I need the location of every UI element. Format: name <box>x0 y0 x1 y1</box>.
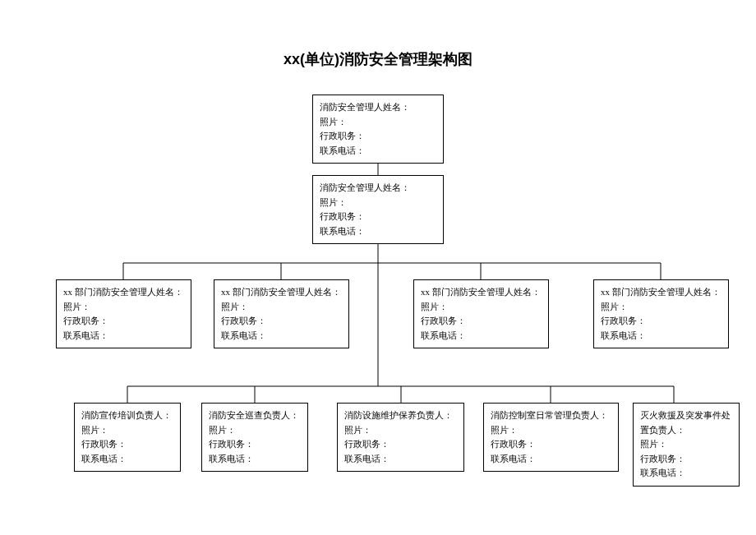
org-node-role-4: 消防控制室日常管理负责人： 照片： 行政职务： 联系电话： <box>483 403 619 472</box>
field-line2: 照片： <box>344 423 457 438</box>
org-node-role-1: 消防宣传培训负责人： 照片： 行政职务： 联系电话： <box>74 403 181 472</box>
field-line4: 行政职务： <box>640 452 732 467</box>
page-title: xx(单位)消防安全管理架构图 <box>0 0 756 85</box>
field-line2: 照片： <box>209 423 301 438</box>
field-phone: 联系电话： <box>320 224 436 239</box>
org-node-top-2: 消防安全管理人姓名： 照片： 行政职务： 联系电话： <box>312 175 444 244</box>
field-position: 行政职务： <box>601 314 721 329</box>
field-line3: 照片： <box>640 437 732 452</box>
field-name: xx 部门消防安全管理人姓名： <box>421 285 542 300</box>
field-line2: 照片： <box>491 423 611 438</box>
field-line1: 消防设施维护保养负责人： <box>344 408 457 423</box>
field-line1: 消防宣传培训负责人： <box>81 408 173 423</box>
field-line3: 行政职务： <box>491 437 611 452</box>
field-line4: 联系电话： <box>209 452 301 467</box>
field-photo: 照片： <box>320 115 436 130</box>
org-node-dept-1: xx 部门消防安全管理人姓名： 照片： 行政职务： 联系电话： <box>56 279 191 348</box>
field-position: 行政职务： <box>320 129 436 144</box>
field-name: xx 部门消防安全管理人姓名： <box>221 285 342 300</box>
field-photo: 照片： <box>421 300 542 315</box>
field-line1: 灭火救援及突发事件处 <box>640 408 732 423</box>
field-line2: 置负责人： <box>640 423 732 438</box>
field-name: 消防安全管理人姓名： <box>320 100 436 115</box>
field-phone: 联系电话： <box>421 329 542 344</box>
org-node-top-1: 消防安全管理人姓名： 照片： 行政职务： 联系电话： <box>312 95 444 164</box>
field-line4: 联系电话： <box>344 452 457 467</box>
field-line3: 行政职务： <box>209 437 301 452</box>
field-position: 行政职务： <box>421 314 542 329</box>
field-position: 行政职务： <box>320 210 436 224</box>
field-line3: 行政职务： <box>81 437 173 452</box>
org-node-role-3: 消防设施维护保养负责人： 照片： 行政职务： 联系电话： <box>337 403 464 472</box>
field-position: 行政职务： <box>63 314 184 329</box>
org-node-dept-3: xx 部门消防安全管理人姓名： 照片： 行政职务： 联系电话： <box>413 279 549 348</box>
field-name: xx 部门消防安全管理人姓名： <box>63 285 184 300</box>
field-line3: 行政职务： <box>344 437 457 452</box>
field-phone: 联系电话： <box>601 329 721 344</box>
field-line1: 消防控制室日常管理负责人： <box>491 408 611 423</box>
field-photo: 照片： <box>63 300 184 315</box>
org-node-dept-4: xx 部门消防安全管理人姓名： 照片： 行政职务： 联系电话： <box>593 279 729 348</box>
field-name: 消防安全管理人姓名： <box>320 181 436 196</box>
org-node-dept-2: xx 部门消防安全管理人姓名： 照片： 行政职务： 联系电话： <box>214 279 349 348</box>
field-phone: 联系电话： <box>63 329 184 344</box>
field-line4: 联系电话： <box>491 452 611 467</box>
field-position: 行政职务： <box>221 314 342 329</box>
field-line5: 联系电话： <box>640 466 732 481</box>
org-node-role-5: 灭火救援及突发事件处 置负责人： 照片： 行政职务： 联系电话： <box>633 403 740 487</box>
field-line2: 照片： <box>81 423 173 438</box>
org-node-role-2: 消防安全巡查负责人： 照片： 行政职务： 联系电话： <box>201 403 308 472</box>
field-photo: 照片： <box>320 196 436 210</box>
field-name: xx 部门消防安全管理人姓名： <box>601 285 721 300</box>
field-line1: 消防安全巡查负责人： <box>209 408 301 423</box>
field-line4: 联系电话： <box>81 452 173 467</box>
field-phone: 联系电话： <box>320 144 436 159</box>
field-photo: 照片： <box>221 300 342 315</box>
field-phone: 联系电话： <box>221 329 342 344</box>
field-photo: 照片： <box>601 300 721 315</box>
